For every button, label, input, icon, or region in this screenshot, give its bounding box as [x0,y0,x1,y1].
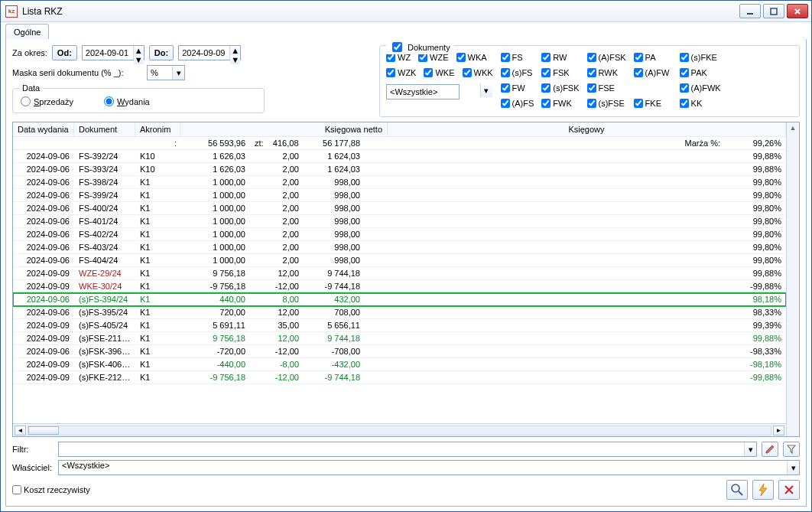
vertical-scrollbar[interactable]: ▲ [786,122,799,436]
from-button[interactable]: Od: [52,45,77,60]
doc-check-fse[interactable]: FSE [587,81,626,95]
table-row[interactable]: 2024-09-06FS-399/24K11 000,002,00998,009… [13,189,786,202]
scroll-right-icon[interactable]: ► [773,426,784,435]
real-cost-checkbox[interactable]: Koszt rzeczywisty [12,485,90,494]
doc-check-fw[interactable]: FW [501,81,534,95]
x-icon [783,484,795,496]
date-to-spinner[interactable]: ▲▼ [229,46,240,60]
chevron-down-icon[interactable]: ▾ [744,442,756,456]
magnifier-icon [730,483,744,497]
table-row[interactable]: 2024-09-06FS-404/24K11 000,002,00998,009… [13,254,786,267]
doc-check-pak[interactable]: PAK [680,66,721,80]
documents-master-check[interactable] [392,42,402,52]
data-grid: Data wydania Dokument Akronim Księgowa n… [12,122,800,437]
svg-rect-0 [747,13,753,15]
table-row[interactable]: 2024-09-09WKE-30/24K1-9 756,18-12,00-9 7… [13,280,786,293]
doc-check-sfs[interactable]: (s)FS [501,66,534,80]
doc-check-afs[interactable]: (A)FS [501,96,534,110]
app-window: kz Lista RKZ Ogólne Za okres: Od: [0,0,812,512]
table-row[interactable]: 2024-09-06FS-392/24K101 626,032,001 624,… [13,150,786,163]
tab-general[interactable]: Ogólne [5,24,49,39]
doc-check-wzk[interactable]: WZK [386,66,416,80]
doc-check-fwk[interactable]: FWK [541,96,579,110]
doc-check-pa[interactable]: PA [634,51,672,64]
doc-check-afsk[interactable]: (A)FSK [587,51,626,64]
doc-check-fs[interactable]: FS [501,51,534,64]
period-label: Za okres: [12,48,47,57]
radio-issue[interactable]: Wydania [104,96,150,106]
date-type-group: Data SSprzedażyprzedaży Wydania [12,88,265,113]
table-row[interactable]: 2024-09-09(s)FSE-211/24K19 756,1812,009 … [13,332,786,345]
doc-check-kk[interactable]: KK [680,96,721,110]
table-row[interactable]: 2024-09-06FS-400/24K11 000,002,00998,009… [13,202,786,215]
date-type-legend: Data [19,83,43,93]
tab-bar: Ogólne [1,22,811,39]
table-row[interactable]: 2024-09-06FS-403/24K11 000,002,00998,009… [13,241,786,254]
horizontal-scrollbar[interactable]: ◄ ► [13,423,786,436]
doc-check-fsk[interactable]: FSK [541,66,579,80]
main-pane: Za okres: Od: ▲▼ Do: ▲▼ [5,39,807,507]
col-date[interactable]: Data wydania [13,122,74,136]
run-button[interactable] [752,480,774,500]
doc-check-fke[interactable]: FKE [634,96,672,110]
documents-select-combo[interactable] [386,84,460,99]
doc-check-sfke[interactable]: (s)FKE [680,51,721,64]
documents-group: Dokumenty WZWZEWKA WZKWKEWKK ▾ FS(s)FSFW… [379,45,800,117]
table-row[interactable]: 2024-09-06(s)FS-395/24K1720,0012,00708,0… [13,306,786,319]
table-row[interactable]: 2024-09-06(s)FSK-396/24K1-720,00-12,00-7… [13,345,786,358]
table-row[interactable]: 2024-09-06FS-401/24K11 000,002,00998,009… [13,215,786,228]
funnel-icon [786,444,797,455]
table-row[interactable]: 2024-09-09WZE-29/24K19 756,1812,009 744,… [13,267,786,280]
summary-row: : 56 593,96 zt: 416,08 56 177,88 Marża %… [13,137,786,150]
documents-select-dropdown-icon[interactable]: ▾ [480,83,492,97]
top-controls: Za okres: Od: ▲▼ Do: ▲▼ [12,45,800,117]
window-buttons [739,4,808,18]
mask-label: Maska serii dokumentu (% _): [12,68,142,77]
search-button[interactable] [726,480,748,500]
maximize-button[interactable] [763,4,784,18]
filter-label: Filtr: [12,445,54,454]
doc-check-afw[interactable]: (A)FW [634,66,672,80]
svg-rect-1 [771,8,777,15]
doc-check-wkk[interactable]: WKK [463,66,493,80]
doc-check-rwk[interactable]: RWK [587,66,626,80]
grid-body[interactable]: 2024-09-06FS-392/24K101 626,032,001 624,… [13,150,786,423]
doc-check-rw[interactable]: RW [541,51,579,64]
table-row[interactable]: 2024-09-06(s)FS-394/24K1440,008,00432,00… [13,293,786,306]
col-ksieg[interactable]: Księgowy [388,122,786,136]
table-row[interactable]: 2024-09-06FS-398/24K11 000,002,00998,009… [13,176,786,189]
doc-check-afwk[interactable]: (A)FWK [680,81,721,95]
svg-point-2 [732,484,739,492]
owner-combo[interactable]: <Wszystkie> ▾ [58,460,800,475]
delete-button[interactable] [778,480,800,500]
chevron-down-icon[interactable]: ▾ [787,461,799,474]
window-title: Lista RKZ [22,6,739,17]
table-row[interactable]: 2024-09-06FS-402/24K11 000,002,00998,009… [13,228,786,241]
date-from-spinner[interactable]: ▲▼ [133,46,144,60]
documents-legend[interactable]: Dokumenty [386,40,453,54]
filter-combo[interactable]: ▾ [58,442,757,457]
table-row[interactable]: 2024-09-09(s)FSK-406/24K1-440,00-8,00-43… [13,358,786,371]
radio-sale[interactable]: SSprzedażyprzedaży [21,96,73,106]
owner-label: Właściciel: [12,463,54,472]
filter-clear-button[interactable] [783,442,800,457]
table-row[interactable]: 2024-09-09(s)FKE-212/24K1-9 756,18-12,00… [13,371,786,384]
doc-check-sfsk[interactable]: (s)FSK [541,81,579,95]
to-button[interactable]: Do: [149,45,174,60]
table-row[interactable]: 2024-09-09(s)FS-405/24K15 691,1135,005 6… [13,319,786,332]
bottom-bar: Filtr: ▾ Właściciel: <Wszystkie> ▾ [12,442,800,500]
filter-edit-button[interactable] [762,442,778,457]
app-icon: kz [5,5,18,18]
doc-check-sfse[interactable]: (s)FSE [587,96,626,110]
scroll-left-icon[interactable]: ◄ [15,426,26,435]
col-doc[interactable]: Dokument [74,122,135,136]
close-button[interactable] [787,4,808,18]
col-net[interactable]: Księgowa netto [181,122,388,136]
table-row[interactable]: 2024-09-06FS-393/24K101 626,032,001 624,… [13,163,786,176]
doc-check-wka[interactable]: WKA [456,51,487,64]
titlebar: kz Lista RKZ [1,1,811,22]
doc-check-wke[interactable]: WKE [424,66,454,80]
mask-dropdown-icon[interactable]: ▾ [172,66,184,80]
col-acronym[interactable]: Akronim [135,122,181,136]
minimize-button[interactable] [739,4,761,18]
